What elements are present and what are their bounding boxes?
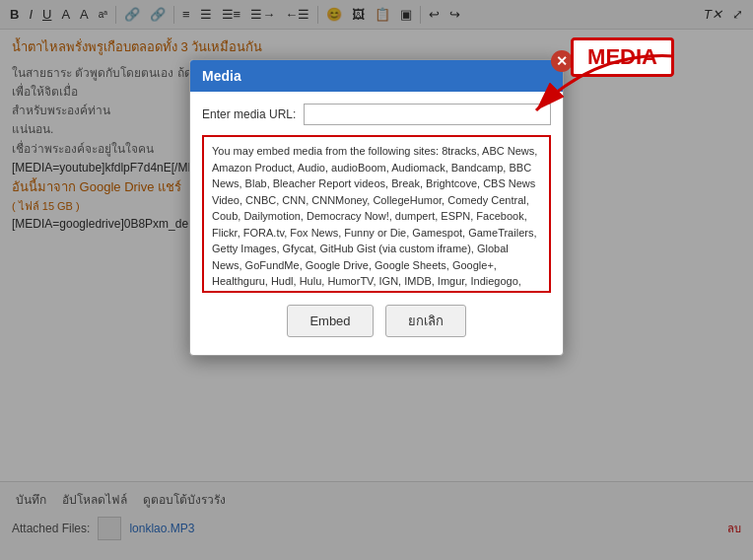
modal-close-btn[interactable]: ✕ (551, 50, 573, 72)
modal-header: Media ✕ (190, 60, 563, 92)
modal-title: Media (202, 68, 241, 84)
url-row: Enter media URL: (202, 104, 551, 125)
sites-box[interactable]: You may embed media from the following s… (202, 135, 551, 293)
modal-footer: Embed ยกเลิก (202, 305, 551, 343)
embed-button[interactable]: Embed (287, 305, 373, 337)
modal-body: Enter media URL: You may embed media fro… (190, 92, 563, 355)
modal-overlay: Media ✕ Enter media URL: You may embed m… (0, 0, 753, 560)
cancel-button[interactable]: ยกเลิก (385, 305, 466, 337)
media-modal: Media ✕ Enter media URL: You may embed m… (189, 59, 564, 356)
url-input[interactable] (304, 104, 551, 125)
url-label: Enter media URL: (202, 107, 296, 121)
